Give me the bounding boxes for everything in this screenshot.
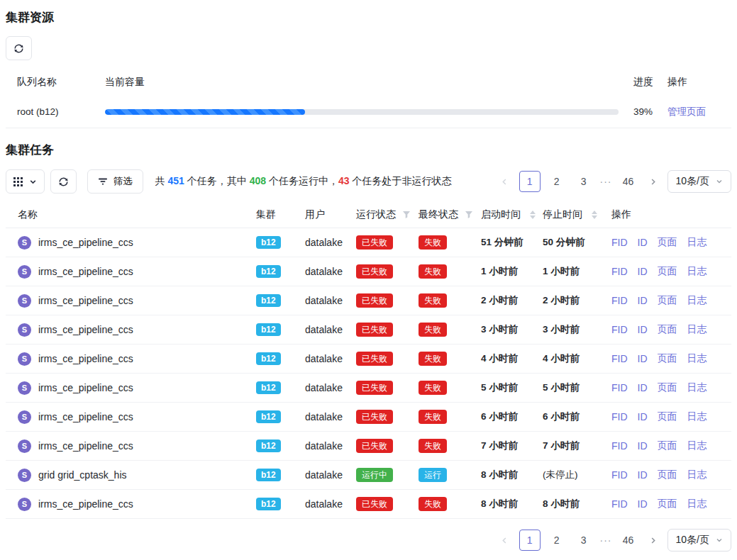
page-button-3[interactable]: 3 <box>573 530 594 551</box>
id-link[interactable]: ID <box>638 266 648 277</box>
log-link[interactable]: 日志 <box>687 323 707 336</box>
manage-page-link[interactable]: 管理页面 <box>667 106 706 117</box>
log-link[interactable]: 日志 <box>687 294 707 307</box>
log-link[interactable]: 日志 <box>687 439 707 452</box>
fid-link[interactable]: FID <box>611 382 628 393</box>
stop-time: 5 小时前 <box>543 381 611 394</box>
page-link[interactable]: 页面 <box>658 498 677 510</box>
id-link[interactable]: ID <box>638 324 648 335</box>
page-link[interactable]: 页面 <box>658 323 677 336</box>
id-link[interactable]: ID <box>638 237 648 248</box>
user-cell: datalake <box>305 266 356 277</box>
id-link[interactable]: ID <box>638 411 648 422</box>
page-link[interactable]: 页面 <box>658 265 677 278</box>
col-current-capacity: 当前容量 <box>105 76 619 89</box>
table-row: Sirms_ce_pipeline_ccs b12 datalake 已失败 失… <box>6 403 731 432</box>
page-button-3[interactable]: 3 <box>573 171 594 192</box>
fid-link[interactable]: FID <box>611 440 628 452</box>
log-link[interactable]: 日志 <box>687 498 707 510</box>
avatar: S <box>18 323 31 337</box>
fid-link[interactable]: FID <box>611 469 628 481</box>
page-size-select[interactable]: 10条/页 <box>667 170 731 193</box>
user-cell: datalake <box>305 382 356 393</box>
run-status-badge: 已失败 <box>356 439 393 453</box>
user-cell: datalake <box>305 411 356 422</box>
fid-link[interactable]: FID <box>611 324 628 335</box>
page-link[interactable]: 页面 <box>658 236 677 249</box>
page-link[interactable]: 页面 <box>658 469 677 481</box>
column-settings-button[interactable] <box>6 169 45 194</box>
fid-link[interactable]: FID <box>611 498 628 510</box>
page-button-2[interactable]: 2 <box>546 171 567 192</box>
id-link[interactable]: ID <box>638 440 648 452</box>
prev-page-button[interactable] <box>497 171 514 192</box>
next-page-button[interactable] <box>645 171 662 192</box>
start-time-sort-icon[interactable] <box>530 211 536 219</box>
log-link[interactable]: 日志 <box>687 352 707 365</box>
refresh-resources-button[interactable] <box>6 36 32 60</box>
final-status-filter-icon[interactable] <box>465 211 473 219</box>
page-link[interactable]: 页面 <box>658 381 677 394</box>
nonrunning-count: 43 <box>338 175 350 186</box>
page-link[interactable]: 页面 <box>658 352 677 365</box>
task-name: irms_ce_pipeline_ccs <box>38 237 133 248</box>
log-link[interactable]: 日志 <box>687 410 707 423</box>
page-button-2[interactable]: 2 <box>546 530 567 551</box>
stop-time-sort-icon[interactable] <box>592 211 597 219</box>
page-link[interactable]: 页面 <box>658 439 677 452</box>
table-row: Sirms_ce_pipeline_ccs b12 datalake 已失败 失… <box>6 432 731 461</box>
page-button-last[interactable]: 46 <box>618 530 639 551</box>
id-link[interactable]: ID <box>638 382 648 393</box>
run-status-filter-icon[interactable] <box>402 211 411 219</box>
col-user: 用户 <box>305 208 356 221</box>
table-row: Sirms_ce_pipeline_ccs b12 datalake 已失败 失… <box>6 374 731 403</box>
cluster-tasks-title: 集群任务 <box>6 142 731 158</box>
cluster-tag: b12 <box>256 469 281 481</box>
run-status-badge: 已失败 <box>356 410 393 424</box>
cluster-tag: b12 <box>256 498 281 510</box>
user-cell: datalake <box>305 295 356 306</box>
log-link[interactable]: 日志 <box>687 265 707 278</box>
id-link[interactable]: ID <box>638 353 648 364</box>
fid-link[interactable]: FID <box>611 237 628 248</box>
start-time: 8 小时前 <box>481 498 543 510</box>
user-cell: datalake <box>305 324 356 335</box>
page-ellipsis[interactable]: ··· <box>600 534 612 546</box>
page-link[interactable]: 页面 <box>658 294 677 307</box>
start-time: 7 小时前 <box>481 439 543 452</box>
page-button-last[interactable]: 46 <box>618 171 639 192</box>
cluster-tag: b12 <box>256 265 281 278</box>
page-ellipsis[interactable]: ··· <box>600 176 612 187</box>
page-size-value: 10条/页 <box>676 175 709 188</box>
progress-percent: 39% <box>619 106 667 117</box>
id-link[interactable]: ID <box>638 295 648 306</box>
next-page-button[interactable] <box>645 530 662 551</box>
user-cell: datalake <box>305 440 356 452</box>
id-link[interactable]: ID <box>638 498 648 510</box>
filter-button-label: 筛选 <box>113 175 133 188</box>
log-link[interactable]: 日志 <box>687 236 707 249</box>
page-button-1[interactable]: 1 <box>519 530 541 551</box>
stop-time: 6 小时前 <box>543 410 611 423</box>
prev-page-button[interactable] <box>497 530 514 551</box>
refresh-tasks-button[interactable] <box>50 169 77 194</box>
fid-link[interactable]: FID <box>611 266 628 277</box>
page-size-select[interactable]: 10条/页 <box>667 529 731 551</box>
filter-button[interactable]: 筛选 <box>87 169 143 194</box>
stop-time: (未停止) <box>543 469 611 481</box>
fid-link[interactable]: FID <box>611 295 628 306</box>
id-link[interactable]: ID <box>638 469 648 481</box>
log-link[interactable]: 日志 <box>687 469 707 481</box>
fid-link[interactable]: FID <box>611 411 628 422</box>
run-status-badge: 已失败 <box>356 264 393 279</box>
avatar: S <box>18 439 31 453</box>
task-name: grid grid_cptask_his <box>38 469 127 481</box>
final-status-badge: 失败 <box>419 235 447 250</box>
page-link[interactable]: 页面 <box>658 410 677 423</box>
page-button-1[interactable]: 1 <box>519 171 541 192</box>
log-link[interactable]: 日志 <box>687 381 707 394</box>
final-status-badge: 运行 <box>419 468 447 482</box>
fid-link[interactable]: FID <box>611 353 628 364</box>
task-name: irms_ce_pipeline_ccs <box>38 411 133 422</box>
start-time: 8 小时前 <box>481 469 543 481</box>
